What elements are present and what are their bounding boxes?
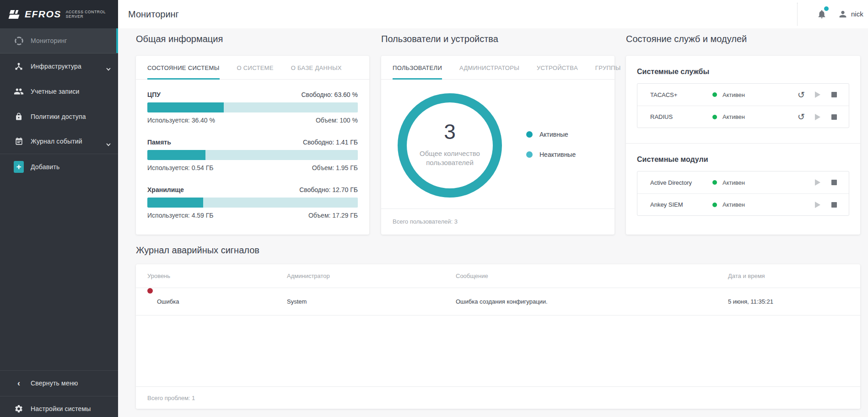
stop-module-button[interactable] <box>830 178 839 187</box>
stop-icon <box>831 114 837 120</box>
play-icon <box>815 202 820 208</box>
general-info-card: СОСТОЯНИЕ СИСТЕМЫ О СИСТЕМЕ О БАЗЕ ДАННЫ… <box>136 56 369 235</box>
start-module-button[interactable] <box>813 200 822 209</box>
play-icon <box>815 179 820 186</box>
metric-used: Используется: 0.54 ГБ <box>147 164 214 171</box>
alarm-datetime: 5 июня, 11:35:21 <box>728 288 773 315</box>
notification-dot <box>824 6 829 11</box>
module-row-ankey-siem: Ankey SIEM Активен <box>637 193 849 215</box>
header-divider <box>797 3 798 26</box>
chevron-left-icon: ‹ <box>14 378 24 388</box>
stop-service-button[interactable] <box>830 90 839 99</box>
metric-free: Свободно: 63.60 % <box>301 91 358 98</box>
system-services-list: TACACS+ Активен ↺ RADIUS Активен <box>637 83 849 128</box>
general-tabs: СОСТОЯНИЕ СИСТЕМЫ О СИСТЕМЕ О БАЗЕ ДАННЫ… <box>136 56 369 80</box>
legend-item-inactive: Неактивные <box>526 150 576 159</box>
alarm-admin: System <box>287 288 307 315</box>
play-icon <box>815 114 820 120</box>
tab-users[interactable]: ПОЛЬЗОВАТЕЛИ <box>393 56 442 80</box>
metric-free: Свободно: 1.41 ГБ <box>303 139 358 146</box>
sidebar-item-access-policies[interactable]: Политики доступа <box>0 104 118 129</box>
tab-about-system[interactable]: О СИСТЕМЕ <box>237 56 274 80</box>
services-modules-card: Системные службы TACACS+ Активен ↺ RADIU… <box>626 56 860 235</box>
start-service-button[interactable] <box>813 90 822 99</box>
column-message: Сообщение <box>456 264 488 288</box>
users-card-footer: Всего пользователей: 3 <box>381 208 615 235</box>
brand-logo: EFROS ACCESS CONTROL SERVER <box>0 0 118 28</box>
tab-administrators[interactable]: АДМИНИСТРАТОРЫ <box>459 56 519 80</box>
username[interactable]: nick <box>851 0 863 28</box>
alarm-message: Ошибка создания конфигурации. <box>456 288 548 315</box>
storage-metric: Хранилище Свободно: 12.70 ГБ Используетс… <box>147 186 358 219</box>
chevron-down-icon <box>106 140 111 148</box>
module-status-label: Активен <box>722 201 745 208</box>
sidebar: EFROS ACCESS CONTROL SERVER Мониторинг И… <box>0 0 118 417</box>
restart-service-button[interactable]: ↺ <box>797 90 806 99</box>
user-menu-button[interactable] <box>838 0 848 28</box>
gear-icon <box>14 404 24 414</box>
efros-logo-icon <box>9 10 21 19</box>
tab-about-database[interactable]: О БАЗЕ ДАННЫХ <box>291 56 342 80</box>
stop-module-button[interactable] <box>830 200 839 209</box>
error-level-dot <box>147 288 153 294</box>
brand-subtitle: ACCESS CONTROL SERVER <box>66 10 106 19</box>
page-title: Мониторинг <box>128 0 179 28</box>
alarm-table-row[interactable]: Ошибка System Ошибка создания конфигурац… <box>136 288 860 315</box>
sidebar-item-infrastructure[interactable]: Инфраструктура <box>0 53 118 79</box>
module-status: Активен <box>712 201 745 208</box>
infrastructure-icon <box>14 61 24 71</box>
cpu-progress-fill <box>147 102 224 112</box>
module-actions <box>813 200 839 209</box>
module-status: Активен <box>712 179 745 186</box>
service-name: TACACS+ <box>650 91 712 98</box>
metric-label: ЦПУ <box>147 91 161 98</box>
sidebar-item-event-log[interactable]: Журнал событий <box>0 129 118 154</box>
memory-progress-bar <box>147 150 358 160</box>
metric-free: Свободно: 12.70 ГБ <box>299 186 358 193</box>
metric-total: Объем: 100 % <box>316 117 358 124</box>
module-name: Active Directory <box>650 179 712 186</box>
cpu-progress-bar <box>147 102 358 112</box>
cpu-metric: ЦПУ Свободно: 63.60 % Используется: 36.4… <box>147 91 358 124</box>
memory-metric: Память Свободно: 1.41 ГБ Используется: 0… <box>147 139 358 171</box>
service-actions: ↺ <box>797 90 839 99</box>
notifications-button[interactable] <box>817 0 827 28</box>
memory-progress-fill <box>147 150 205 160</box>
module-actions <box>813 178 839 187</box>
status-dot-active <box>712 92 717 97</box>
service-status: Активен <box>712 91 745 98</box>
service-row-radius: RADIUS Активен ↺ <box>637 106 849 128</box>
metric-label: Хранилище <box>147 186 184 193</box>
start-service-button[interactable] <box>813 112 822 122</box>
metric-total: Объем: 1.95 ГБ <box>312 164 358 171</box>
sidebar-item-monitoring[interactable]: Мониторинг <box>0 28 118 53</box>
column-admin: Администратор <box>287 264 330 288</box>
inactive-legend-dot <box>526 151 533 158</box>
sidebar-item-system-settings[interactable]: Настройки системы <box>0 396 118 417</box>
monitoring-icon <box>14 36 24 46</box>
metric-label: Память <box>147 139 171 146</box>
system-metrics: ЦПУ Свободно: 63.60 % Используется: 36.4… <box>136 91 369 219</box>
tab-groups[interactable]: ГРУППЫ <box>595 56 621 80</box>
metric-used: Используется: 4.59 ГБ <box>147 212 214 219</box>
restart-service-button[interactable]: ↺ <box>797 112 806 122</box>
restart-icon: ↺ <box>798 91 805 99</box>
storage-progress-bar <box>147 198 358 208</box>
service-status-label: Активен <box>722 113 745 120</box>
sidebar-item-add[interactable]: + Добавить <box>0 154 118 179</box>
users-devices-card: ПОЛЬЗОВАТЕЛИ АДМИНИСТРАТОРЫ УСТРОЙСТВА Г… <box>381 56 615 235</box>
total-users-caption: Общее количество пользователей <box>406 149 493 167</box>
sidebar-item-accounts[interactable]: Учетные записи <box>0 79 118 104</box>
tab-devices[interactable]: УСТРОЙСТВА <box>537 56 578 80</box>
stop-service-button[interactable] <box>830 112 839 122</box>
stop-icon <box>831 202 837 208</box>
start-module-button[interactable] <box>813 178 822 187</box>
top-header: Мониторинг nick <box>118 0 868 28</box>
total-users-value: 3 <box>444 121 456 143</box>
users-devices-title: Пользователи и устройства <box>381 34 498 44</box>
alarm-table-header: Уровень Администратор Сообщение Дата и в… <box>136 264 860 288</box>
tab-system-state[interactable]: СОСТОЯНИЕ СИСТЕМЫ <box>147 56 220 80</box>
metric-used: Используется: 36.40 % <box>147 117 215 124</box>
collapse-menu-button[interactable]: ‹ Свернуть меню <box>0 370 118 396</box>
service-row-tacacs: TACACS+ Активен ↺ <box>637 84 849 106</box>
